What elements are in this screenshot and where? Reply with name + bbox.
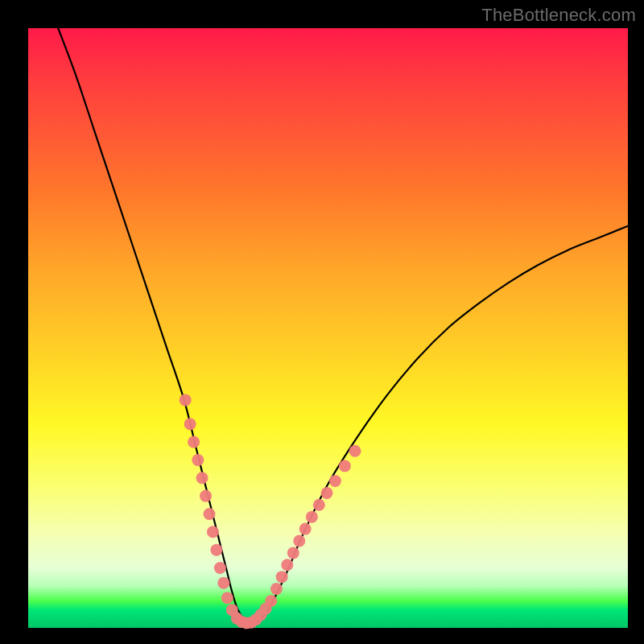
marker-dot <box>329 475 341 487</box>
marker-dot <box>293 535 305 547</box>
marker-dot <box>203 508 215 520</box>
marker-dot <box>196 472 208 484</box>
marker-dot <box>207 526 219 538</box>
curve-path-group <box>58 28 628 623</box>
marker-dot <box>217 577 229 589</box>
marker-dot <box>349 445 361 457</box>
marker-dot <box>321 487 333 499</box>
marker-dots <box>180 394 361 629</box>
marker-dot <box>200 490 212 502</box>
marker-dot <box>299 523 312 535</box>
plot-area <box>28 28 628 628</box>
chart-svg <box>28 28 628 628</box>
marker-dot <box>339 460 351 472</box>
marker-dot <box>221 592 233 604</box>
marker-dot <box>306 511 318 523</box>
marker-dot <box>214 562 226 574</box>
marker-dot <box>188 436 200 448</box>
bottleneck-curve <box>58 28 628 623</box>
marker-dot <box>276 571 288 583</box>
marker-dot <box>281 559 293 571</box>
watermark-text: TheBottleneck.com <box>481 5 636 26</box>
marker-dot <box>180 394 192 406</box>
marker-dot <box>265 595 277 607</box>
marker-dot <box>313 499 325 511</box>
chart-frame: TheBottleneck.com <box>0 0 644 644</box>
marker-dot <box>184 418 196 430</box>
marker-dot <box>192 454 204 466</box>
marker-dot <box>210 544 222 556</box>
marker-dot <box>270 583 283 595</box>
marker-dot <box>287 547 299 559</box>
